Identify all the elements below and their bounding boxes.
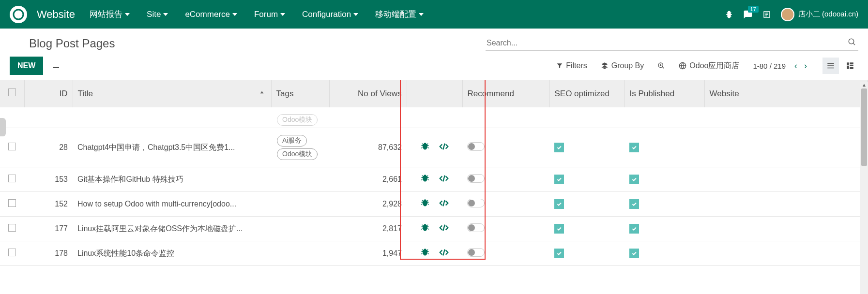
debug-icon[interactable]: [725, 10, 733, 19]
cell-published: [624, 167, 704, 192]
column-header-tags[interactable]: Tags: [271, 80, 329, 107]
cell-recommend: [462, 217, 549, 241]
check-icon: [554, 175, 564, 184]
recommend-toggle[interactable]: [467, 248, 485, 257]
cell-website: [704, 128, 868, 167]
cell-views: 87,632: [329, 128, 407, 167]
recommend-toggle[interactable]: [467, 174, 485, 183]
new-button[interactable]: NEW: [10, 57, 43, 75]
groupby-button[interactable]: Group By: [601, 61, 644, 70]
column-header-title[interactable]: Title: [73, 80, 271, 107]
bug-icon[interactable]: [420, 173, 430, 186]
column-header-recommend[interactable]: Recommend: [462, 80, 549, 107]
cell-tags: [271, 241, 329, 266]
user-avatar: [781, 8, 794, 21]
app-logo[interactable]: [10, 6, 27, 23]
scrollbar-thumb[interactable]: [861, 88, 867, 166]
pager-text[interactable]: 1-80 / 219: [753, 62, 786, 70]
main-menu: 网站报告 Site eCommerce Forum Configuration …: [90, 9, 725, 20]
column-header-seo[interactable]: SEO optimized: [549, 80, 624, 107]
code-icon[interactable]: [439, 198, 449, 210]
row-checkbox[interactable]: [8, 199, 16, 207]
row-checkbox[interactable]: [8, 224, 16, 232]
menu-website-report[interactable]: 网站报告: [90, 9, 130, 20]
cell-seo: [549, 217, 624, 241]
messages-icon[interactable]: 17: [743, 10, 753, 19]
cell-dev: [407, 192, 462, 217]
kanban-view-button[interactable]: [842, 58, 858, 74]
column-header-dev[interactable]: [407, 80, 462, 107]
menu-site[interactable]: Site: [147, 9, 168, 20]
app-name[interactable]: Website: [37, 8, 75, 21]
column-header-published[interactable]: Is Published: [624, 80, 704, 107]
user-menu[interactable]: 店小二 (odooai.cn): [781, 8, 858, 21]
cell-website: [704, 241, 868, 266]
chevron-down-icon: [232, 13, 237, 16]
cell-id: 153: [24, 167, 73, 192]
scroll-up-arrow[interactable]: ▲: [860, 82, 868, 88]
chevron-down-icon: [280, 13, 285, 16]
table-row[interactable]: Odoo模块: [0, 107, 868, 128]
pager-prev[interactable]: ‹: [792, 61, 799, 71]
code-icon[interactable]: [439, 247, 449, 260]
code-icon[interactable]: [439, 173, 449, 186]
code-icon[interactable]: [439, 141, 449, 154]
row-checkbox[interactable]: [8, 175, 16, 182]
table-row[interactable]: 152 How to setup Odoo with multi-currenc…: [0, 192, 868, 217]
menu-ecommerce[interactable]: eCommerce: [185, 9, 237, 20]
table-row[interactable]: 178 Linux系统性能10条命令监控 1,947: [0, 241, 868, 266]
recommend-toggle[interactable]: [467, 199, 485, 207]
search-icon[interactable]: [848, 38, 856, 48]
recommend-toggle[interactable]: [467, 142, 485, 151]
menu-forum[interactable]: Forum: [254, 9, 285, 20]
cell-dev: [407, 241, 462, 266]
row-checkbox[interactable]: [8, 143, 16, 150]
filters-button[interactable]: Filters: [556, 61, 587, 70]
column-header-id[interactable]: ID: [24, 80, 73, 107]
svg-point-1: [849, 39, 854, 44]
data-table: ID Title Tags No of Views Recommend SEO …: [0, 80, 868, 266]
cell-views: 2,661: [329, 167, 407, 192]
menu-mobile-config[interactable]: 移动端配置: [375, 9, 424, 20]
cell-tags: Ai服务Odoo模块: [271, 128, 329, 167]
tag[interactable]: Ai服务: [277, 135, 307, 147]
search-area: [486, 36, 858, 51]
cell-published: [624, 241, 704, 266]
bug-icon[interactable]: [420, 247, 430, 260]
code-icon[interactable]: [439, 222, 449, 235]
pager: 1-80 / 219 ‹ ›: [753, 61, 809, 71]
vertical-scrollbar[interactable]: ▲: [860, 82, 868, 266]
activity-icon[interactable]: [762, 10, 771, 19]
list-view-button[interactable]: [822, 58, 839, 74]
row-checkbox[interactable]: [8, 249, 16, 256]
table-row[interactable]: 28 Chatgpt4中国申请，Chatgpt3.5中国区免费1... Ai服务…: [0, 128, 868, 167]
bug-icon[interactable]: [420, 141, 430, 154]
search-input[interactable]: [486, 36, 858, 51]
cell-seo: [549, 167, 624, 192]
header-checkbox[interactable]: [0, 80, 24, 107]
recommend-toggle[interactable]: [467, 223, 485, 232]
column-header-views[interactable]: No of Views: [329, 80, 407, 107]
check-icon: [629, 199, 639, 209]
odoo-store-link[interactable]: Odoo应用商店: [679, 61, 739, 71]
table-row[interactable]: 153 Git基本操作和GitHub 特殊技巧 2,661: [0, 167, 868, 192]
cell-title: Chatgpt4中国申请，Chatgpt3.5中国区免费1...: [73, 128, 271, 167]
bug-icon[interactable]: [420, 222, 430, 235]
side-panel-handle[interactable]: [0, 118, 6, 136]
svg-point-0: [14, 10, 23, 19]
table-row[interactable]: 177 Linux挂载阿里云对象存储OSS作为本地磁盘扩... 2,817: [0, 217, 868, 241]
download-icon[interactable]: [52, 61, 61, 71]
zoom-button[interactable]: [657, 62, 665, 70]
zoom-icon: [657, 62, 665, 70]
menu-configuration[interactable]: Configuration: [302, 9, 358, 20]
cell-seo: [549, 192, 624, 217]
pager-next[interactable]: ›: [802, 61, 809, 71]
cell-tags: [271, 217, 329, 241]
cell-title: Linux系统性能10条命令监控: [73, 241, 271, 266]
globe-icon: [679, 62, 686, 70]
cell-id: 177: [24, 217, 73, 241]
check-icon: [554, 199, 564, 209]
bug-icon[interactable]: [420, 198, 430, 210]
column-header-website[interactable]: Website: [704, 80, 868, 107]
tag[interactable]: Odoo模块: [277, 148, 318, 160]
